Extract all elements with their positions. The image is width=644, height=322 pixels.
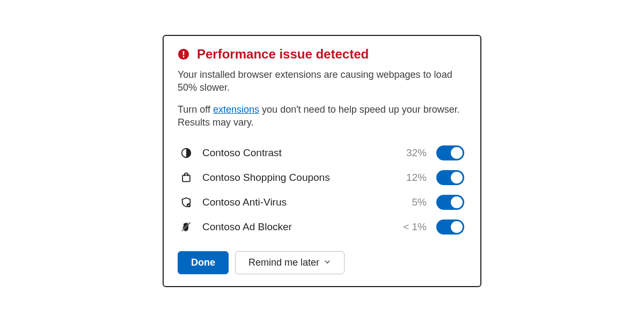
extension-impact: 5%	[397, 196, 427, 208]
extension-name: Contoso Ad Blocker	[202, 221, 387, 233]
shopping-icon	[180, 171, 193, 184]
extension-toggle[interactable]	[436, 145, 464, 160]
svg-rect-1	[183, 51, 185, 55]
dialog-footer: Done Remind me later	[178, 251, 466, 274]
chevron-down-icon	[324, 257, 331, 268]
dialog-title: Performance issue detected	[197, 47, 369, 62]
remind-later-label: Remind me later	[248, 257, 319, 268]
remind-later-button[interactable]: Remind me later	[235, 251, 345, 274]
extension-row: Contoso Contrast 32%	[178, 141, 466, 165]
extension-row: Contoso Ad Blocker < 1%	[178, 215, 466, 239]
contrast-icon	[180, 147, 193, 159]
extension-name: Contoso Anti-Virus	[202, 196, 387, 208]
dialog-body-1: Your installed browser extensions are ca…	[178, 68, 466, 94]
svg-point-2	[183, 56, 185, 57]
done-button[interactable]: Done	[178, 251, 229, 274]
performance-dialog: Performance issue detected Your installe…	[163, 35, 481, 287]
extension-name: Contoso Contrast	[202, 147, 387, 159]
extension-row: Contoso Shopping Coupons 12%	[178, 165, 466, 190]
extension-impact: < 1%	[397, 221, 427, 233]
extension-list: Contoso Contrast 32% Contoso Shopping Co…	[178, 141, 466, 239]
shield-icon	[180, 196, 193, 209]
dialog-body-2: Turn off extensions you don't need to he…	[178, 103, 466, 129]
alert-icon	[178, 48, 189, 60]
extension-toggle[interactable]	[436, 195, 464, 210]
body-text-pre: Turn off	[178, 104, 213, 115]
extension-toggle[interactable]	[436, 219, 464, 235]
svg-rect-4	[182, 175, 190, 182]
block-hand-icon	[180, 221, 193, 233]
dialog-header: Performance issue detected	[178, 47, 466, 62]
extensions-link[interactable]: extensions	[213, 104, 259, 115]
extension-row: Contoso Anti-Virus 5%	[178, 190, 466, 215]
extension-impact: 32%	[397, 147, 427, 159]
extension-toggle[interactable]	[436, 170, 464, 185]
extension-name: Contoso Shopping Coupons	[202, 172, 387, 184]
extension-impact: 12%	[397, 172, 427, 184]
